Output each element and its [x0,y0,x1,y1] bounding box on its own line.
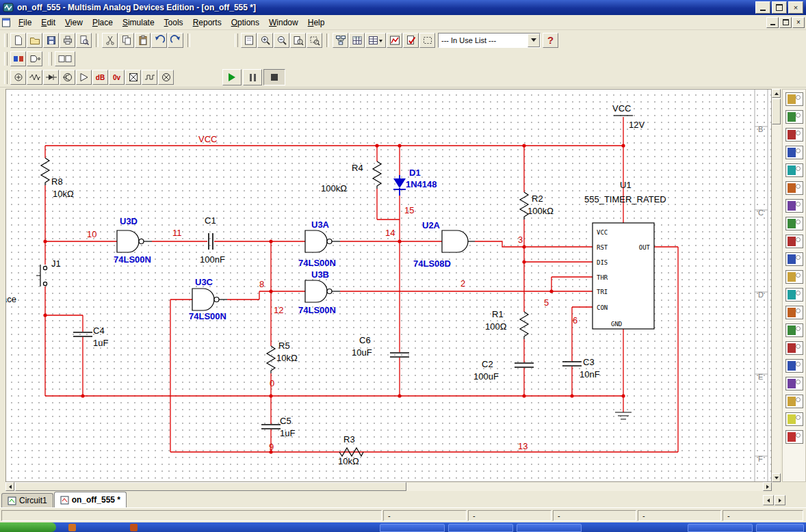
component-u3b[interactable]: U3B 74LS00N [298,269,340,315]
database-button[interactable] [365,33,386,48]
zoom-page-button[interactable] [290,33,306,48]
menu-simulate[interactable]: Simulate [118,16,159,29]
place-indicator-button[interactable] [125,70,141,85]
component-c6[interactable]: C6 10uF [352,335,409,358]
instrument-icon-spectrum-analyzer[interactable] [785,306,803,319]
open-button[interactable] [27,33,42,48]
menu-help[interactable]: Help [303,16,330,29]
place-ttl-button[interactable]: dB [92,70,108,85]
instrument-icon-logic-converter[interactable] [785,252,803,266]
print-preview-button[interactable] [76,33,92,48]
instrument-icon-four-channel-scope[interactable] [785,163,803,177]
cut-button[interactable] [102,33,118,48]
instrument-icon-logic-analyzer[interactable] [785,235,803,248]
toolbar-drag-handle[interactable] [4,70,8,84]
scroll-up-button[interactable] [772,89,781,98]
instrument-icon-agilent-generator[interactable] [785,341,803,355]
component-c4[interactable]: C4 1uF [73,325,108,348]
place-source-button[interactable] [10,70,26,85]
toolbar-drag-handle[interactable] [4,34,8,47]
place-cmos-button[interactable]: 0v [109,70,125,85]
start-button[interactable] [0,522,56,532]
menu-edit[interactable]: Edit [36,16,60,29]
scroll-right-button[interactable] [763,482,772,491]
tab-scroll-right-button[interactable] [775,495,785,505]
place-analog-button[interactable] [76,70,92,85]
paste-button[interactable] [135,33,151,48]
help-button[interactable]: ? [543,33,558,48]
print-button[interactable] [60,33,75,48]
taskbar-button[interactable] [448,524,513,532]
tab-circuit1[interactable]: Circuit1 [1,493,53,507]
component-r2[interactable]: R2 100kΩ [520,192,554,220]
undo-button[interactable] [151,33,167,48]
zoom-out-button[interactable] [274,33,289,48]
taskbar-button[interactable] [688,524,753,532]
instrument-icon-agilent-scope[interactable] [785,377,803,390]
component-r5[interactable]: R5 10kΩ [267,341,298,373]
menu-options[interactable]: Options [226,16,264,29]
place-transistor-button[interactable] [60,70,75,85]
component-u3c[interactable]: U3C 74LS00N [189,277,227,321]
taskbar-button[interactable] [380,524,445,532]
component-u3d[interactable]: U3D 74LS00N [114,216,152,265]
menu-tools[interactable]: Tools [159,16,188,29]
instrument-icon-network-analyzer[interactable] [785,323,803,337]
component-r3[interactable]: R3 10kΩ [338,434,363,466]
component-c5[interactable]: C5 1uF [261,416,295,438]
grapher-button[interactable] [387,33,402,48]
restore-button[interactable] [772,1,787,14]
instrument-icon-bode-plotter[interactable] [785,181,803,195]
mdi-close-button[interactable]: × [792,17,805,28]
component-vcc-source[interactable]: VCC 12V [612,103,645,130]
menu-reports[interactable]: Reports [188,16,226,29]
place-diode-button[interactable] [43,70,59,85]
place-electromech-button[interactable] [158,70,174,85]
component-u1[interactable]: U1 555_TIMER_RATED VCC RST DIS THR TRI C… [584,180,666,329]
instrument-icon-iv-analyzer[interactable] [785,270,803,284]
horizontal-scroll-thumb[interactable] [15,482,406,491]
stop-simulation-button[interactable] [263,69,285,85]
zoom-in-button[interactable] [257,33,273,48]
net-label-vcc[interactable]: VCC [198,134,217,144]
horizontal-scrollbar[interactable] [5,482,772,491]
instrument-icon-oscilloscope[interactable] [785,146,803,159]
tab-on-off-555[interactable]: on_off_555 * [54,492,127,507]
component-r4[interactable]: R4 100kΩ [321,161,381,194]
toolbar-drag-handle[interactable] [49,52,52,66]
menu-place[interactable]: Place [88,16,118,29]
component-r8[interactable]: R8 10kΩ [41,158,74,199]
schematic-canvas[interactable]: B C D E F [5,89,772,482]
quick-launch-icon[interactable] [130,524,138,531]
instrument-icon-function-generator[interactable] [785,110,803,124]
minimize-button[interactable] [755,1,770,14]
menu-window[interactable]: Window [264,16,303,29]
menu-file[interactable]: File [14,16,36,29]
spreadsheet-button[interactable] [349,33,365,48]
scroll-left-button[interactable] [5,482,14,491]
redo-button[interactable] [168,33,183,48]
vertical-scroll-thumb[interactable] [772,98,781,124]
toolbar-drag-handle[interactable] [4,52,8,66]
instrument-icon-current-probe[interactable] [785,430,803,444]
mdi-minimize-button[interactable] [766,17,779,28]
place-misc-button[interactable] [142,70,157,85]
toggle-component-bar-button[interactable] [10,51,26,66]
scroll-down-button[interactable] [772,473,781,482]
vertical-scrollbar[interactable] [772,89,781,482]
taskbar-button[interactable] [517,524,582,532]
in-use-list-dropdown[interactable]: --- In Use List --- [438,33,541,48]
ground-symbol[interactable] [615,412,632,419]
instrument-icon-measurement-probe[interactable] [785,412,803,426]
menu-view[interactable]: View [60,16,88,29]
run-simulation-button[interactable] [222,69,242,85]
instrument-icon-word-generator[interactable] [785,217,803,230]
component-c3[interactable]: C3 10nF [562,357,600,380]
in-use-list-arrow-button[interactable] [528,34,540,47]
full-page-button[interactable] [241,33,257,48]
pause-simulation-button[interactable] [243,69,262,85]
toggle-gate-bar-button[interactable] [27,51,42,66]
component-c2[interactable]: C2 100uF [473,359,534,382]
instrument-icon-distortion-analyzer[interactable] [785,288,803,302]
component-r1[interactable]: R1 100Ω [485,309,528,339]
